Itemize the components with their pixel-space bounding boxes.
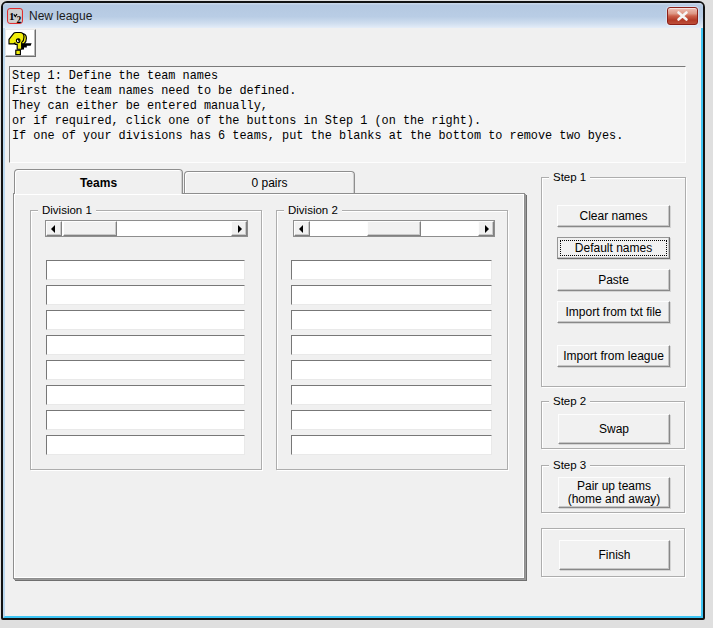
svg-text:2: 2 bbox=[16, 15, 21, 24]
svg-text:1: 1 bbox=[9, 10, 15, 22]
